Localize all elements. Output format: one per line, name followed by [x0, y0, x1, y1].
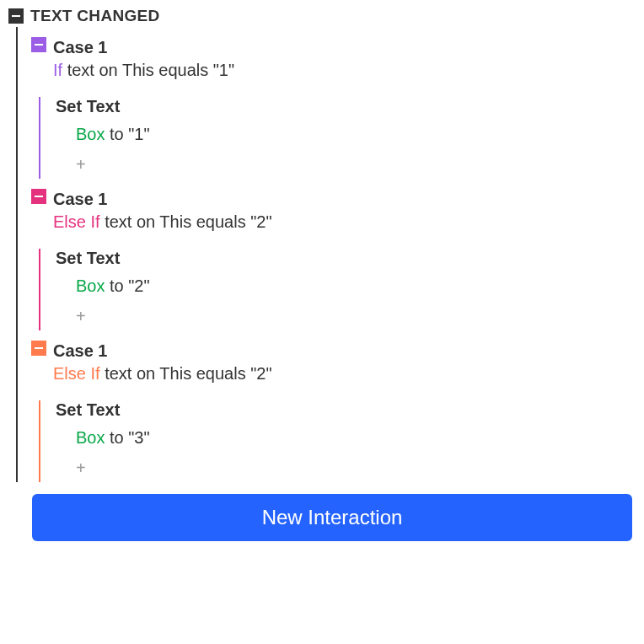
action-target: Box: [76, 428, 105, 447]
minus-icon: [35, 347, 43, 349]
plus-icon[interactable]: +: [76, 155, 86, 174]
case-body: Set Text Box to "3" +: [39, 400, 636, 482]
case-block[interactable]: Case 1 Else If text on This equals "2" S…: [18, 330, 636, 482]
case-body: Set Text Box to "1" +: [39, 97, 636, 179]
action-title[interactable]: Set Text: [56, 97, 636, 116]
condition-text: text on This equals "1": [62, 61, 234, 79]
case-title: Case 1: [53, 189, 272, 209]
case-header: Case 1 Else If text on This equals "2": [31, 189, 636, 233]
case-condition: Else If text on This equals "2": [53, 362, 272, 385]
collapse-icon[interactable]: [8, 8, 24, 24]
case-header: Case 1 If text on This equals "1": [31, 37, 636, 82]
action-detail: Box to "1": [56, 125, 636, 144]
case-header: Case 1 Else If text on This equals "2": [31, 341, 636, 385]
minus-icon: [12, 15, 20, 17]
action-value: to "3": [105, 428, 149, 447]
case-block[interactable]: Case 1 If text on This equals "1" Set Te…: [18, 27, 636, 179]
condition-keyword: Else If: [53, 364, 100, 383]
minus-icon: [35, 44, 43, 46]
add-action-row[interactable]: +: [56, 156, 636, 179]
add-action-row[interactable]: +: [56, 459, 636, 482]
add-action-row[interactable]: +: [56, 308, 636, 330]
condition-text: text on This equals "2": [100, 212, 272, 231]
case-condition: If text on This equals "1": [53, 58, 234, 82]
action-target: Box: [76, 276, 105, 295]
case-title: Case 1: [53, 37, 234, 57]
action-value: to "2": [105, 276, 149, 295]
case-title: Case 1: [53, 341, 272, 361]
case-block[interactable]: Case 1 Else If text on This equals "2" S…: [18, 179, 636, 330]
action-title[interactable]: Set Text: [56, 249, 636, 268]
collapse-icon[interactable]: [31, 341, 46, 356]
plus-icon[interactable]: +: [76, 459, 86, 477]
action-detail: Box to "3": [56, 428, 636, 448]
action-title[interactable]: Set Text: [56, 400, 636, 420]
collapse-icon[interactable]: [31, 189, 46, 204]
action-detail: Box to "2": [56, 276, 636, 296]
new-interaction-button[interactable]: New Interaction: [32, 494, 632, 541]
action-target: Box: [76, 125, 105, 143]
event-title: TEXT CHANGED: [30, 7, 160, 25]
condition-keyword: Else If: [53, 212, 100, 231]
condition-keyword: If: [53, 61, 62, 79]
event-body: Case 1 If text on This equals "1" Set Te…: [16, 27, 636, 482]
event-header[interactable]: TEXT CHANGED: [8, 7, 636, 25]
collapse-icon[interactable]: [31, 37, 46, 52]
case-condition: Else If text on This equals "2": [53, 210, 272, 233]
case-body: Set Text Box to "2" +: [39, 249, 636, 330]
minus-icon: [35, 196, 43, 197]
action-value: to "1": [105, 125, 149, 143]
plus-icon[interactable]: +: [76, 307, 86, 325]
condition-text: text on This equals "2": [100, 364, 272, 383]
